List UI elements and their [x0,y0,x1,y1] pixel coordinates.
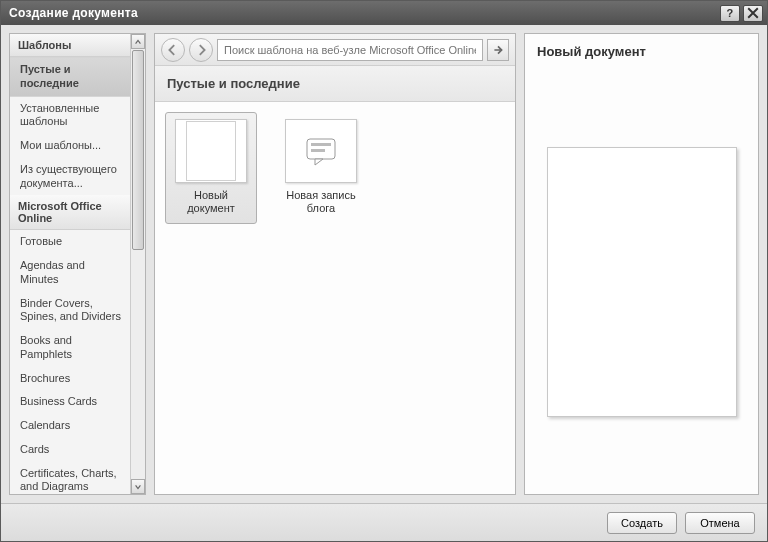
gallery-item-new-document[interactable]: Новый документ [165,112,257,224]
window-title: Создание документа [9,6,717,20]
gallery-item-label: Новый документ [170,189,252,215]
chevron-up-icon [134,38,142,46]
titlebar: Создание документа ? [1,1,767,25]
sidebar-item-agendas[interactable]: Agendas and Minutes [10,254,130,292]
sidebar-item-my-templates[interactable]: Мои шаблоны... [10,134,130,158]
sidebar-item-certificates[interactable]: Certificates, Charts, and Diagrams [10,462,130,495]
help-icon: ? [726,7,733,19]
sidebar-item-installed-templates[interactable]: Установленные шаблоны [10,97,130,135]
svg-rect-2 [311,149,325,152]
template-gallery: Новый документ Новая запись блога [155,102,515,494]
gallery-heading: Пустые и последние [155,66,515,102]
search-container [217,39,483,61]
sidebar-item-brochures[interactable]: Brochures [10,367,130,391]
gallery-item-new-blog-post[interactable]: Новая запись блога [275,112,367,224]
sidebar-item-calendars[interactable]: Calendars [10,414,130,438]
gallery-item-label: Новая запись блога [280,189,362,215]
search-input[interactable] [218,44,482,56]
scroll-down-button[interactable] [131,479,145,494]
sidebar-item-blank-recent[interactable]: Пустые и последние [10,57,130,97]
blog-post-icon [285,119,357,183]
sidebar-scrollbar[interactable] [130,34,145,494]
dialog-footer: Создать Отмена [1,503,767,541]
create-button[interactable]: Создать [607,512,677,534]
svg-rect-1 [311,143,331,146]
close-icon [747,7,759,19]
category-sidebar: Шаблоны Пустые и последние Установленные… [9,33,146,495]
sidebar-item-binders[interactable]: Binder Covers, Spines, and Dividers [10,292,130,330]
sidebar-item-from-existing[interactable]: Из существующего документа... [10,158,130,196]
preview-page [547,147,737,417]
sidebar-item-business-cards[interactable]: Business Cards [10,390,130,414]
dialog-window: Создание документа ? Шаблоны Пустые и по… [0,0,768,542]
center-panel: Пустые и последние Новый документ Новая … [154,33,516,495]
document-icon [175,119,247,183]
scroll-thumb[interactable] [132,50,144,250]
arrow-right-icon [492,44,504,56]
preview-panel: Новый документ [524,33,759,495]
sidebar-heading-online: Microsoft Office Online [10,195,130,230]
sidebar-heading-templates: Шаблоны [10,34,130,57]
preview-title: Новый документ [525,34,758,69]
arrow-right-icon [195,44,207,56]
cancel-button[interactable]: Отмена [685,512,755,534]
sidebar-item-books[interactable]: Books and Pamphlets [10,329,130,367]
back-button[interactable] [161,38,185,62]
arrow-left-icon [167,44,179,56]
scroll-up-button[interactable] [131,34,145,49]
toolbar [155,34,515,66]
close-button[interactable] [743,5,763,22]
sidebar-item-cards[interactable]: Cards [10,438,130,462]
forward-button[interactable] [189,38,213,62]
dialog-body: Шаблоны Пустые и последние Установленные… [1,25,767,503]
preview-body [525,69,758,494]
sidebar-item-featured[interactable]: Готовые [10,230,130,254]
search-go-button[interactable] [487,39,509,61]
sidebar-list: Шаблоны Пустые и последние Установленные… [10,34,145,494]
help-button[interactable]: ? [720,5,740,22]
chevron-down-icon [134,483,142,491]
